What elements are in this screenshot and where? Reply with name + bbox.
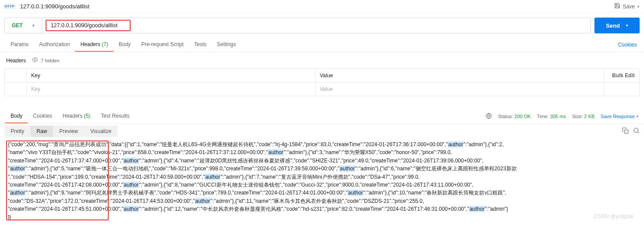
- tab-headers-label: Headers: [80, 41, 100, 47]
- tab-params[interactable]: Params: [5, 38, 34, 52]
- save-label: Save: [623, 4, 635, 10]
- tab-headers-count: (7): [102, 41, 108, 47]
- svg-line-5: [637, 132, 639, 133]
- send-label: Send: [606, 22, 620, 29]
- resp-headers-count: (5): [84, 113, 90, 119]
- chevron-down-icon: ▾: [626, 23, 628, 28]
- method-select[interactable]: GET ▾: [5, 18, 42, 33]
- response-body[interactable]: {"code":200,"msg":"查询产品信息列表成功","data":[{…: [4, 140, 640, 222]
- tab-settings[interactable]: Settings: [212, 38, 241, 52]
- chevron-down-icon: ▾: [32, 23, 35, 28]
- copy-icon[interactable]: [622, 127, 629, 135]
- save-button[interactable]: Save ▾: [614, 3, 640, 10]
- value-input[interactable]: Value: [316, 83, 605, 96]
- tab-tests[interactable]: Tests: [189, 38, 212, 52]
- resp-tab-body[interactable]: Body: [5, 109, 28, 123]
- hidden-toggle[interactable]: 7 hidden: [32, 57, 59, 64]
- chevron-down-icon: ▾: [637, 4, 640, 9]
- http-badge: HTTP: [4, 4, 16, 9]
- method-value: GET: [12, 22, 23, 29]
- status-block: Status: 200 OK: [498, 114, 531, 119]
- send-button[interactable]: Send ▾: [594, 18, 640, 33]
- watermark: CSDN @yrldjsbk: [594, 213, 633, 220]
- url-value: 127.0.0.1:9090/goods/alllist: [51, 22, 117, 29]
- resp-tab-testresults[interactable]: Test Results: [96, 109, 135, 123]
- chevron-down-icon: ▾: [637, 114, 639, 119]
- cookies-link[interactable]: Cookies: [618, 42, 639, 48]
- resp-tab-cookies[interactable]: Cookies: [28, 109, 57, 123]
- save-response-button[interactable]: Save Response ▾: [601, 114, 639, 119]
- size-block: Size: 2 KB: [572, 114, 594, 119]
- tab-authorization[interactable]: Authorization: [34, 38, 75, 52]
- resp-tab-headers[interactable]: Headers (5): [57, 109, 96, 123]
- bulk-edit-button[interactable]: Bulk Edit: [604, 69, 639, 82]
- key-input[interactable]: Key: [27, 83, 316, 96]
- col-key: Key: [27, 69, 316, 82]
- headers-title: Headers: [6, 58, 26, 64]
- time-block: Time: 305 ms: [537, 114, 566, 119]
- col-value: Value: [316, 69, 605, 82]
- hidden-count: 7 hidden: [41, 58, 59, 63]
- svg-point-4: [634, 128, 638, 133]
- url-input[interactable]: 127.0.0.1:9090/goods/alllist: [46, 20, 131, 31]
- eye-icon: [32, 57, 38, 64]
- view-raw[interactable]: Raw: [30, 126, 53, 137]
- view-preview[interactable]: Preview: [53, 126, 84, 137]
- view-pretty[interactable]: Pretty: [4, 126, 30, 137]
- svg-point-0: [35, 59, 36, 61]
- resp-headers-label: Headers: [63, 113, 82, 119]
- headers-table: Key Value Bulk Edit Key Value: [4, 68, 640, 96]
- globe-icon[interactable]: [486, 113, 492, 120]
- tab-prerequest[interactable]: Pre-request Script: [136, 38, 189, 52]
- breadcrumb: 127.0.0.1:9090/goods/alllist: [20, 3, 614, 10]
- svg-rect-3: [625, 130, 628, 133]
- save-icon: [614, 3, 620, 10]
- search-icon[interactable]: [633, 127, 640, 135]
- tab-headers[interactable]: Headers (7): [75, 38, 113, 52]
- view-visualize[interactable]: Visualize: [84, 126, 117, 137]
- tab-body[interactable]: Body: [114, 38, 136, 52]
